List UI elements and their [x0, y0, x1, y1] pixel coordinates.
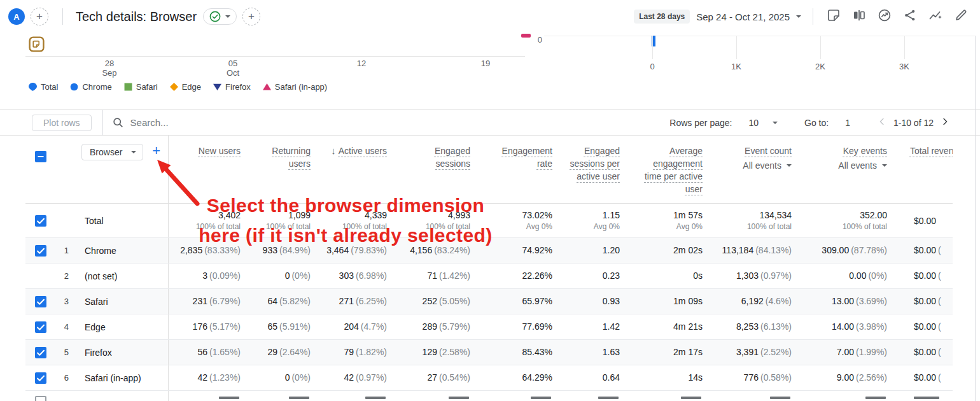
metric-cell: 1m 09s	[627, 289, 710, 314]
row-checkbox[interactable]	[35, 296, 46, 307]
column-header[interactable]: Total revenue	[895, 136, 953, 203]
metric-cell: 309.00(87.78%)	[799, 238, 895, 263]
metric-cell: 4m 21s	[627, 314, 710, 339]
goto-page-input[interactable]: 1	[845, 118, 850, 128]
row-checkbox[interactable]	[35, 245, 46, 257]
metric-filter-dropdown[interactable]: All events	[799, 159, 887, 172]
metric-cell: 0s	[627, 264, 710, 288]
chevron-down-icon	[225, 15, 230, 18]
table-row[interactable]: 3Safari231(6.79%)64(5.82%)271(6.25%)252(…	[25, 289, 953, 314]
column-header[interactable]: Average engagement time per active user	[627, 136, 710, 203]
select-all-checkbox[interactable]	[35, 151, 46, 162]
metric-cell: 303(6.98%)	[318, 264, 395, 288]
ga-report-page: A + Tech details: Browser + Last 28 days…	[0, 0, 980, 401]
notes-button[interactable]	[826, 9, 841, 24]
metric-cell: 77.69%	[478, 314, 560, 339]
check-circle-icon	[209, 11, 221, 22]
column-header[interactable]: Returning users	[248, 136, 318, 203]
divider	[62, 8, 63, 25]
insights-button[interactable]	[877, 9, 892, 24]
table-row[interactable]: 1Chrome2,835(83.33%)933(84.9%)3,464(79.8…	[25, 238, 953, 264]
sparkline-star-icon	[928, 8, 943, 25]
rows-per-page-value[interactable]: 10	[748, 118, 759, 128]
report-status-pill[interactable]	[203, 8, 237, 25]
previous-page-button[interactable]	[876, 116, 888, 129]
column-header[interactable]: New users	[169, 136, 248, 203]
edit-report-button[interactable]	[953, 9, 969, 24]
bar-chart-y-tick: 0	[527, 35, 542, 45]
next-page-button[interactable]	[939, 116, 951, 129]
metric-cell: 71(1.42%)	[395, 264, 478, 288]
legend-item[interactable]: Safari (in-app)	[263, 82, 327, 92]
x-axis-tick: 2K	[815, 62, 825, 71]
row-dimension-cell: 1Chrome	[25, 238, 169, 263]
metric-filter-dropdown[interactable]: All events	[710, 159, 792, 172]
search-input[interactable]	[129, 116, 320, 129]
row-checkbox[interactable]	[35, 347, 46, 358]
sparkline-insights-button[interactable]	[928, 9, 943, 24]
total-metric-cell: 1m 57sAvg 0%	[627, 204, 710, 237]
total-label: Total	[85, 216, 104, 226]
dimension-dropdown[interactable]: Browser	[81, 144, 143, 160]
table-row[interactable]: 6Safari (in-app)42(1.23%)0(0%)42(0.97%)2…	[25, 365, 953, 391]
date-range-selector[interactable]: Sep 24 - Oct 21, 2025	[696, 11, 790, 22]
row-dimension-cell: 6Safari (in-app)	[25, 365, 169, 390]
column-header[interactable]: ↓Active users	[318, 136, 395, 203]
row-dimension-cell: 3Safari	[25, 289, 169, 314]
metric-cell: $0.00(	[895, 264, 953, 288]
total-row[interactable]: Total 3,402100% of total1,099100% of tot…	[25, 204, 953, 238]
add-dimension-button[interactable]: +	[152, 143, 160, 159]
comparisons-button[interactable]	[851, 9, 867, 24]
row-checkbox[interactable]	[35, 372, 46, 384]
gridline	[820, 36, 821, 59]
legend-item[interactable]: Total	[29, 82, 58, 92]
table-row[interactable]: 2(not set)3(0.09%)0(0%)303(6.98%)71(1.42…	[25, 264, 953, 289]
partial-cell	[248, 391, 318, 401]
x-axis-tick: 19	[481, 59, 490, 68]
legend-item[interactable]: Firefox	[213, 82, 251, 92]
column-header[interactable]: Key eventsAll events	[799, 136, 895, 203]
metric-cell: 2m 02s	[627, 238, 710, 263]
row-checkbox[interactable]	[35, 321, 46, 333]
chevron-down-icon	[882, 164, 887, 167]
metric-cell: 9.00(2.56%)	[799, 365, 895, 390]
add-comparison-button[interactable]: +	[31, 8, 48, 25]
row-checkbox[interactable]	[35, 215, 46, 227]
metric-cell: 85.43%	[478, 340, 560, 365]
metric-cell: $0.00(	[895, 365, 953, 390]
column-header[interactable]: Engagement rate	[478, 136, 560, 203]
column-header[interactable]: Engaged sessions	[395, 136, 478, 203]
dimension-dropdown-label: Browser	[90, 147, 122, 157]
legend-item[interactable]: Safari	[124, 82, 158, 92]
column-header[interactable]: Engaged sessions per active user	[560, 136, 627, 203]
table-row[interactable]: 5Firefox56(1.65%)29(2.64%)79(1.82%)129(2…	[25, 340, 953, 365]
metric-cell: 14.00(3.98%)	[799, 314, 895, 339]
share-button[interactable]	[902, 9, 918, 24]
partial-cell	[710, 391, 799, 401]
table-row[interactable]: 4Edge176(5.17%)65(5.91%)204(4.7%)289(5.7…	[25, 314, 953, 340]
total-metric-cell: 4,993100% of total	[395, 204, 478, 237]
metric-cell: 64.29%	[478, 365, 560, 390]
account-avatar[interactable]: A	[8, 8, 25, 25]
row-checkbox[interactable]	[35, 396, 46, 401]
pencil-icon	[953, 8, 969, 25]
column-header[interactable]: Event countAll events	[710, 136, 799, 203]
legend-item[interactable]: Chrome	[70, 82, 111, 92]
metric-cell: 231(6.79%)	[169, 289, 248, 314]
total-metric-cell: 134,534100% of total	[710, 204, 799, 237]
metric-cell: 1.42	[560, 314, 627, 339]
legend-item[interactable]: Edge	[170, 82, 201, 92]
chart-note-icon[interactable]	[29, 36, 45, 52]
row-index: 6	[46, 373, 69, 383]
plot-rows-button[interactable]: Plot rows	[32, 115, 92, 131]
dimension-header-cell: Browser +	[25, 136, 169, 203]
data-table: Browser + New usersReturning users↓Activ…	[0, 136, 953, 401]
metric-cell: 42(1.23%)	[169, 365, 248, 390]
metric-cell: 2m 17s	[627, 340, 710, 365]
metric-cell: 776(0.58%)	[710, 365, 799, 390]
metric-cell: 74.92%	[478, 238, 560, 263]
chevron-down-icon[interactable]	[773, 122, 778, 124]
total-metric-cell: 73.02%Avg 0%	[478, 204, 560, 237]
legend-triangle-down-icon	[213, 83, 221, 91]
add-report-tab-button[interactable]: +	[242, 8, 260, 25]
